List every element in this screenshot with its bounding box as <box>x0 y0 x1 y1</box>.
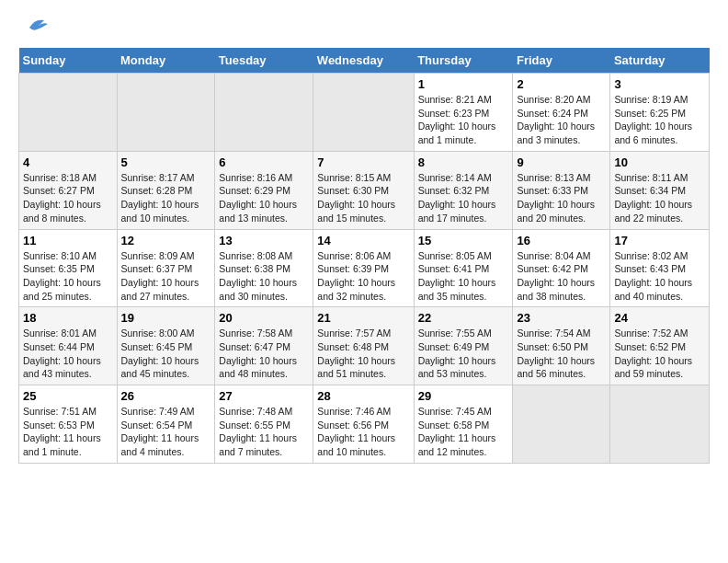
calendar-cell: 6Sunrise: 8:16 AM Sunset: 6:29 PM Daylig… <box>215 151 313 229</box>
calendar-cell: 27Sunrise: 7:48 AM Sunset: 6:55 PM Dayli… <box>215 385 313 464</box>
page-container: SundayMondayTuesdayWednesdayThursdayFrid… <box>0 0 728 473</box>
column-header-monday: Monday <box>117 48 215 74</box>
day-number: 26 <box>121 389 211 403</box>
calendar-cell: 20Sunrise: 7:58 AM Sunset: 6:47 PM Dayli… <box>215 307 313 385</box>
day-number: 5 <box>121 155 211 169</box>
calendar-week-row: 11Sunrise: 8:10 AM Sunset: 6:35 PM Dayli… <box>19 229 710 307</box>
day-info: Sunrise: 7:49 AM Sunset: 6:54 PM Dayligh… <box>121 405 211 459</box>
day-info: Sunrise: 7:57 AM Sunset: 6:48 PM Dayligh… <box>317 327 409 381</box>
day-info: Sunrise: 7:52 AM Sunset: 6:52 PM Dayligh… <box>614 327 705 381</box>
column-header-tuesday: Tuesday <box>215 48 313 74</box>
calendar-cell: 16Sunrise: 8:04 AM Sunset: 6:42 PM Dayli… <box>513 229 610 307</box>
day-number: 13 <box>219 234 309 247</box>
calendar-cell: 28Sunrise: 7:46 AM Sunset: 6:56 PM Dayli… <box>313 385 414 464</box>
day-number: 25 <box>23 389 113 403</box>
calendar-cell: 22Sunrise: 7:55 AM Sunset: 6:49 PM Dayli… <box>414 307 513 385</box>
calendar-cell: 18Sunrise: 8:01 AM Sunset: 6:44 PM Dayli… <box>19 307 118 385</box>
day-info: Sunrise: 7:51 AM Sunset: 6:53 PM Dayligh… <box>23 405 113 459</box>
calendar-cell: 19Sunrise: 8:00 AM Sunset: 6:45 PM Dayli… <box>117 307 215 385</box>
calendar-cell <box>610 385 710 464</box>
calendar-cell: 29Sunrise: 7:45 AM Sunset: 6:58 PM Dayli… <box>414 385 513 464</box>
column-header-thursday: Thursday <box>414 48 513 74</box>
day-number: 12 <box>121 234 211 247</box>
day-info: Sunrise: 8:04 AM Sunset: 6:42 PM Dayligh… <box>517 249 606 304</box>
day-number: 1 <box>418 77 509 91</box>
day-number: 20 <box>219 311 309 325</box>
day-number: 29 <box>418 389 509 403</box>
day-info: Sunrise: 8:16 AM Sunset: 6:29 PM Dayligh… <box>219 171 309 225</box>
calendar-week-row: 25Sunrise: 7:51 AM Sunset: 6:53 PM Dayli… <box>19 385 710 464</box>
logo-bird-icon <box>22 15 51 35</box>
calendar-header-row: SundayMondayTuesdayWednesdayThursdayFrid… <box>19 48 710 74</box>
day-number: 22 <box>418 311 509 325</box>
day-info: Sunrise: 8:08 AM Sunset: 6:38 PM Dayligh… <box>219 249 309 304</box>
day-number: 3 <box>614 77 705 91</box>
day-info: Sunrise: 8:19 AM Sunset: 6:25 PM Dayligh… <box>614 93 705 147</box>
calendar-cell: 1Sunrise: 8:21 AM Sunset: 6:23 PM Daylig… <box>414 74 513 152</box>
day-number: 15 <box>418 234 509 247</box>
calendar-table: SundayMondayTuesdayWednesdayThursdayFrid… <box>18 48 710 464</box>
day-number: 14 <box>317 234 409 247</box>
day-info: Sunrise: 8:09 AM Sunset: 6:37 PM Dayligh… <box>121 249 211 304</box>
logo <box>18 18 51 39</box>
day-number: 19 <box>121 311 211 325</box>
column-header-sunday: Sunday <box>19 48 118 74</box>
day-info: Sunrise: 8:06 AM Sunset: 6:39 PM Dayligh… <box>317 249 409 304</box>
day-number: 16 <box>517 234 606 247</box>
calendar-cell: 4Sunrise: 8:18 AM Sunset: 6:27 PM Daylig… <box>19 151 118 229</box>
day-info: Sunrise: 8:21 AM Sunset: 6:23 PM Dayligh… <box>418 93 509 147</box>
calendar-cell: 15Sunrise: 8:05 AM Sunset: 6:41 PM Dayli… <box>414 229 513 307</box>
calendar-cell: 5Sunrise: 8:17 AM Sunset: 6:28 PM Daylig… <box>117 151 215 229</box>
day-info: Sunrise: 8:14 AM Sunset: 6:32 PM Dayligh… <box>418 171 509 225</box>
calendar-cell: 24Sunrise: 7:52 AM Sunset: 6:52 PM Dayli… <box>610 307 710 385</box>
day-number: 18 <box>23 311 113 325</box>
calendar-cell: 25Sunrise: 7:51 AM Sunset: 6:53 PM Dayli… <box>19 385 118 464</box>
day-info: Sunrise: 8:02 AM Sunset: 6:43 PM Dayligh… <box>614 249 705 304</box>
calendar-cell: 9Sunrise: 8:13 AM Sunset: 6:33 PM Daylig… <box>513 151 610 229</box>
calendar-cell: 17Sunrise: 8:02 AM Sunset: 6:43 PM Dayli… <box>610 229 710 307</box>
day-number: 9 <box>517 155 606 169</box>
calendar-cell <box>117 74 215 152</box>
calendar-cell: 23Sunrise: 7:54 AM Sunset: 6:50 PM Dayli… <box>513 307 610 385</box>
column-header-friday: Friday <box>513 48 610 74</box>
calendar-cell: 7Sunrise: 8:15 AM Sunset: 6:30 PM Daylig… <box>313 151 414 229</box>
day-info: Sunrise: 7:55 AM Sunset: 6:49 PM Dayligh… <box>418 327 509 381</box>
day-number: 11 <box>23 234 113 247</box>
day-number: 6 <box>219 155 309 169</box>
day-number: 2 <box>517 77 606 91</box>
day-number: 10 <box>614 155 705 169</box>
calendar-cell <box>19 74 118 152</box>
calendar-week-row: 4Sunrise: 8:18 AM Sunset: 6:27 PM Daylig… <box>19 151 710 229</box>
calendar-cell: 26Sunrise: 7:49 AM Sunset: 6:54 PM Dayli… <box>117 385 215 464</box>
day-info: Sunrise: 8:20 AM Sunset: 6:24 PM Dayligh… <box>517 93 606 147</box>
day-info: Sunrise: 7:48 AM Sunset: 6:55 PM Dayligh… <box>219 405 309 459</box>
day-number: 8 <box>418 155 509 169</box>
day-info: Sunrise: 8:10 AM Sunset: 6:35 PM Dayligh… <box>23 249 113 304</box>
day-info: Sunrise: 8:18 AM Sunset: 6:27 PM Dayligh… <box>23 171 113 225</box>
calendar-cell <box>313 74 414 152</box>
calendar-week-row: 18Sunrise: 8:01 AM Sunset: 6:44 PM Dayli… <box>19 307 710 385</box>
day-info: Sunrise: 7:46 AM Sunset: 6:56 PM Dayligh… <box>317 405 409 459</box>
calendar-cell: 8Sunrise: 8:14 AM Sunset: 6:32 PM Daylig… <box>414 151 513 229</box>
calendar-cell: 14Sunrise: 8:06 AM Sunset: 6:39 PM Dayli… <box>313 229 414 307</box>
calendar-cell: 2Sunrise: 8:20 AM Sunset: 6:24 PM Daylig… <box>513 74 610 152</box>
calendar-cell: 10Sunrise: 8:11 AM Sunset: 6:34 PM Dayli… <box>610 151 710 229</box>
day-info: Sunrise: 8:17 AM Sunset: 6:28 PM Dayligh… <box>121 171 211 225</box>
calendar-cell: 12Sunrise: 8:09 AM Sunset: 6:37 PM Dayli… <box>117 229 215 307</box>
day-number: 7 <box>317 155 409 169</box>
calendar-cell <box>513 385 610 464</box>
day-info: Sunrise: 8:13 AM Sunset: 6:33 PM Dayligh… <box>517 171 606 225</box>
calendar-cell: 13Sunrise: 8:08 AM Sunset: 6:38 PM Dayli… <box>215 229 313 307</box>
day-number: 17 <box>614 234 705 247</box>
day-info: Sunrise: 8:11 AM Sunset: 6:34 PM Dayligh… <box>614 171 705 225</box>
day-info: Sunrise: 8:15 AM Sunset: 6:30 PM Dayligh… <box>317 171 409 225</box>
day-number: 21 <box>317 311 409 325</box>
day-info: Sunrise: 8:05 AM Sunset: 6:41 PM Dayligh… <box>418 249 509 304</box>
day-info: Sunrise: 8:01 AM Sunset: 6:44 PM Dayligh… <box>23 327 113 381</box>
day-info: Sunrise: 8:00 AM Sunset: 6:45 PM Dayligh… <box>121 327 211 381</box>
calendar-cell: 3Sunrise: 8:19 AM Sunset: 6:25 PM Daylig… <box>610 74 710 152</box>
day-number: 23 <box>517 311 606 325</box>
column-header-wednesday: Wednesday <box>313 48 414 74</box>
page-header <box>18 18 710 39</box>
calendar-week-row: 1Sunrise: 8:21 AM Sunset: 6:23 PM Daylig… <box>19 74 710 152</box>
